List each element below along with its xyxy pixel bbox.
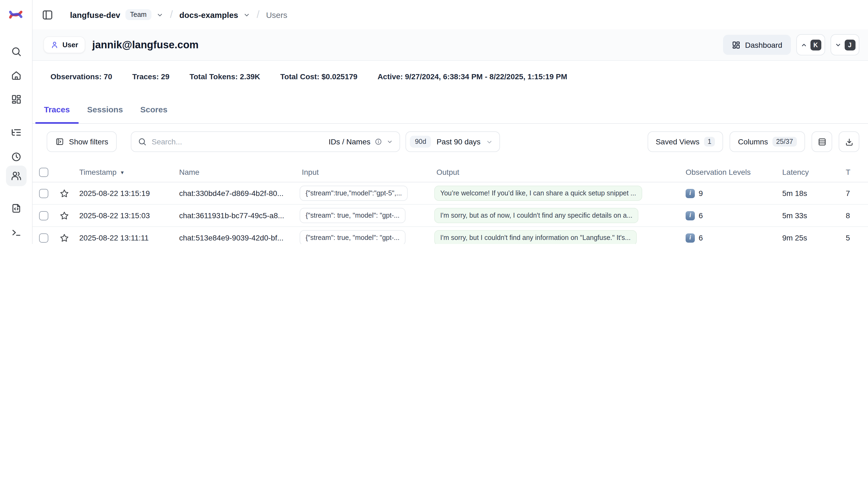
column-header-input[interactable]: Input — [297, 168, 432, 176]
star-icon[interactable] — [59, 210, 69, 221]
prev-user-button[interactable]: K — [796, 34, 825, 55]
columns-button[interactable]: Columns 25/37 — [730, 131, 805, 152]
trace-overflow-value: 7 — [839, 189, 868, 197]
sidebar-item-prompts[interactable] — [6, 197, 26, 218]
list-tree-icon — [10, 127, 22, 138]
breadcrumb-org[interactable]: langfuse-dev — [70, 10, 120, 19]
keyboard-shortcut-j: J — [844, 39, 855, 50]
chevron-down-icon[interactable] — [243, 11, 250, 18]
traces-table: Timestamp▼ Name Input Output Observation… — [33, 162, 868, 244]
stat-traces: Traces: 29 — [132, 72, 169, 81]
dashboard-button-label: Dashboard — [745, 40, 782, 49]
star-icon[interactable] — [59, 188, 69, 199]
stat-observations: Observations: 70 — [51, 72, 112, 81]
trace-name[interactable]: chat:330bd4e7-d869-4b2f-80... — [174, 189, 297, 197]
sidebar-item-home[interactable] — [6, 65, 26, 86]
trace-overflow-value: 5 — [839, 234, 868, 242]
column-header-latency[interactable]: Latency — [774, 168, 839, 176]
layout-grid-icon — [732, 40, 740, 49]
page-title: jannik@langfuse.com — [92, 39, 199, 51]
org-type-badge: Team — [125, 9, 151, 20]
langfuse-logo[interactable] — [8, 7, 23, 22]
date-range-label: Past 90 days — [436, 138, 480, 146]
search-input[interactable]: Search... IDs / Names — [131, 131, 400, 152]
saved-views-button[interactable]: Saved Views 1 — [648, 131, 723, 152]
info-level-icon: i — [686, 233, 695, 242]
chevron-down-icon — [387, 139, 393, 145]
trace-latency: 5m 33s — [774, 211, 839, 220]
tab-scores[interactable]: Scores — [132, 100, 176, 123]
tab-traces[interactable]: Traces — [35, 100, 79, 123]
home-icon — [10, 70, 22, 81]
download-icon — [844, 137, 854, 146]
row-checkbox[interactable] — [39, 211, 48, 220]
trace-output-preview[interactable]: I'm sorry, but I couldn't find any infor… — [434, 230, 637, 244]
chevron-down-icon — [486, 138, 493, 145]
saved-views-count: 1 — [704, 137, 715, 147]
export-button[interactable] — [839, 131, 859, 152]
saved-views-label: Saved Views — [656, 138, 700, 146]
table-toolbar: Show filters Search... IDs / Names 90d P… — [33, 131, 868, 152]
clock-icon — [10, 151, 22, 162]
columns-count: 25/37 — [772, 137, 797, 147]
sidebar-item-sessions[interactable] — [6, 147, 26, 167]
sidebar-item-users[interactable] — [6, 165, 26, 186]
show-filters-button[interactable]: Show filters — [47, 131, 117, 152]
row-checkbox[interactable] — [39, 233, 48, 242]
magnifier-icon — [138, 138, 147, 146]
trace-input-preview[interactable]: {"stream":true,"model":"gpt-5",... — [300, 186, 408, 201]
observation-level-count: 9 — [699, 189, 703, 197]
app-window: langfuse-dev Team / docs-examples / User… — [0, 0, 868, 244]
user-icon — [51, 41, 59, 49]
terminal-icon — [10, 227, 22, 238]
column-header-output[interactable]: Output — [432, 168, 679, 176]
row-checkbox[interactable] — [39, 189, 48, 198]
observation-level-count: 6 — [699, 211, 703, 220]
row-height-icon — [817, 137, 827, 146]
sidebar-item-tracing[interactable] — [6, 122, 26, 143]
breadcrumb-project[interactable]: docs-examples — [179, 10, 238, 19]
select-all-checkbox[interactable] — [39, 167, 48, 177]
filters-panel-icon — [55, 138, 64, 146]
stat-total-tokens: Total Tokens: 2.39K — [189, 72, 260, 81]
search-scope-label: IDs / Names — [329, 138, 371, 146]
info-level-icon: i — [686, 189, 695, 198]
stat-active-range: Active: 9/27/2024, 6:38:34 PM - 8/22/202… — [377, 72, 567, 81]
trace-timestamp: 2025-08-22 13:11:11 — [74, 234, 174, 242]
sidebar-item-playground[interactable] — [6, 222, 26, 243]
star-icon[interactable] — [59, 233, 69, 243]
next-user-button[interactable]: J — [831, 34, 859, 55]
trace-input-preview[interactable]: {"stream": true, "model": "gpt-... — [300, 230, 405, 244]
column-header-overflow[interactable]: T — [839, 168, 868, 176]
date-range-select[interactable]: 90d Past 90 days — [406, 131, 500, 152]
table-row[interactable]: 2025-08-22 13:15:03 chat:3611931b-bc77-4… — [33, 205, 868, 227]
chevron-down-icon[interactable] — [156, 11, 163, 18]
user-badge-label: User — [62, 41, 78, 49]
column-header-timestamp[interactable]: Timestamp▼ — [74, 168, 174, 176]
trace-output-preview[interactable]: I'm sorry, but as of now, I couldn't fin… — [434, 208, 639, 223]
info-level-icon: i — [686, 211, 695, 220]
date-range-badge: 90d — [410, 136, 431, 148]
trace-input-preview[interactable]: {"stream": true, "model": "gpt-... — [300, 208, 405, 223]
column-header-observation-levels[interactable]: Observation Levels — [679, 168, 774, 176]
row-height-button[interactable] — [811, 131, 832, 152]
keyboard-shortcut-k: K — [810, 39, 821, 50]
search-scope-selector[interactable]: IDs / Names — [329, 138, 393, 146]
panel-left-icon[interactable] — [42, 9, 53, 20]
dashboard-button[interactable]: Dashboard — [723, 35, 791, 55]
trace-name[interactable]: chat:513e84e9-9039-42d0-bf... — [174, 234, 297, 242]
sidebar-item-search[interactable] — [6, 41, 26, 62]
tab-sessions[interactable]: Sessions — [79, 100, 132, 123]
sidebar-item-dashboards[interactable] — [6, 89, 26, 110]
table-row[interactable]: 2025-08-22 13:11:11 chat:513e84e9-9039-4… — [33, 227, 868, 244]
observation-level-count: 6 — [699, 234, 703, 242]
search-placeholder: Search... — [152, 138, 324, 146]
trace-output-preview[interactable]: You’re welcome! If you’d like, I can sha… — [434, 186, 642, 201]
trace-timestamp: 2025-08-22 13:15:19 — [74, 189, 174, 197]
table-row[interactable]: 2025-08-22 13:15:19 chat:330bd4e7-d869-4… — [33, 182, 868, 205]
user-type-badge: User — [43, 36, 85, 53]
trace-name[interactable]: chat:3611931b-bc77-49c5-a8... — [174, 211, 297, 220]
column-header-name[interactable]: Name — [174, 168, 297, 176]
user-header: User jannik@langfuse.com Dashboard K J — [33, 29, 868, 61]
trace-overflow-value: 8 — [839, 211, 868, 220]
